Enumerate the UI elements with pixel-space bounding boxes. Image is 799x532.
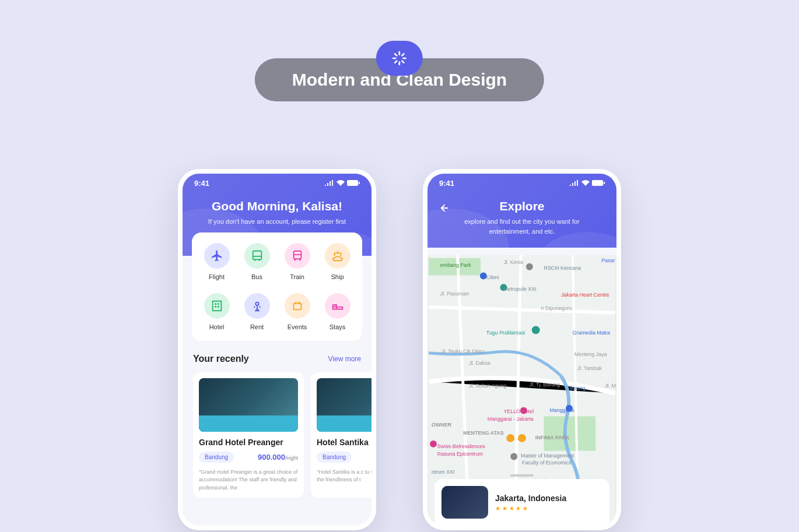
battery-icon xyxy=(592,180,605,186)
drag-handle[interactable] xyxy=(510,474,534,477)
svg-rect-30 xyxy=(604,182,605,184)
map-label: Jakarta Heart Centre xyxy=(561,292,609,298)
hotel-icon xyxy=(204,293,230,319)
hotel-image xyxy=(317,378,372,432)
svg-rect-29 xyxy=(592,180,603,186)
map-label: Cikini xyxy=(486,274,499,280)
category-grid: Flight Bus Train Ship Hotel Rent Events … xyxy=(192,232,362,341)
map-label: RSCM Kencana xyxy=(544,265,581,271)
events-icon xyxy=(285,293,310,319)
category-train[interactable]: Train xyxy=(279,243,315,280)
map-label: Gramedia Matra xyxy=(573,330,610,336)
map-label: Manggarai - Jakarta xyxy=(488,416,534,422)
svg-rect-19 xyxy=(212,301,221,311)
hotel-review: "Grand Hotel Preanger is a great choice … xyxy=(199,468,298,492)
train-icon xyxy=(285,243,310,269)
map-label: MENTENG ATAS xyxy=(463,430,503,436)
category-stays[interactable]: Stays xyxy=(320,293,355,330)
map-label: Jl. Pasuruan xyxy=(440,291,469,297)
category-hotel[interactable]: Hotel xyxy=(199,293,234,330)
hero-badge: Modern and Clean Design xyxy=(255,41,544,101)
recently-title: Your recenly xyxy=(193,354,249,364)
location-badge: Bandung xyxy=(317,452,352,463)
svg-point-13 xyxy=(258,259,260,260)
stays-icon xyxy=(325,293,351,319)
svg-rect-25 xyxy=(293,303,301,309)
map-label: Rasuna Epicentrum xyxy=(437,451,483,457)
category-events[interactable]: Events xyxy=(279,293,315,330)
category-label: Ship xyxy=(320,273,355,280)
svg-point-12 xyxy=(254,259,255,260)
hotel-name: Hotel Santika xyxy=(317,438,372,447)
svg-point-38 xyxy=(526,263,533,270)
rent-icon xyxy=(244,293,270,319)
signal-icon xyxy=(570,180,579,186)
hotel-review: "Hotel Santika is a c to stay! I was ver… xyxy=(317,468,372,484)
category-label: Rent xyxy=(239,323,275,330)
wifi-icon xyxy=(581,180,590,186)
category-flight[interactable]: Flight xyxy=(199,243,234,280)
phone-explore: 9:41 Explore explore and find out the ci… xyxy=(423,169,621,530)
svg-point-42 xyxy=(518,434,526,442)
map-detail-card[interactable]: Jakarta, Indonesia ★ ★ ★ ★ ★ xyxy=(434,479,609,526)
city-thumbnail xyxy=(441,486,488,519)
svg-rect-21 xyxy=(217,303,219,305)
map-label: INFINIA PARK xyxy=(535,435,570,441)
back-button[interactable] xyxy=(439,203,450,216)
status-bar: 9:41 xyxy=(427,174,616,192)
category-label: Stays xyxy=(320,323,355,330)
svg-point-44 xyxy=(510,453,517,460)
city-name: Jakarta, Indonesia xyxy=(495,494,566,503)
map-label: Jl. Teuku Cik Ditiro xyxy=(441,348,484,354)
map-label: YELLO Hotel xyxy=(503,408,534,414)
svg-rect-9 xyxy=(359,182,360,184)
map-label: Manggarai xyxy=(549,407,574,413)
svg-rect-10 xyxy=(253,251,261,259)
ship-icon xyxy=(325,243,351,269)
map-label: ntrum XXI xyxy=(432,469,454,475)
flight-icon xyxy=(204,243,230,269)
hotel-card[interactable]: Hotel Santika Bandung "Hotel Santika is … xyxy=(311,372,372,498)
map-label: Jl. Malabar xyxy=(605,383,616,389)
svg-rect-8 xyxy=(347,180,358,186)
map-label: Swiss-Belresidences xyxy=(437,443,485,449)
svg-line-6 xyxy=(395,61,397,63)
view-more-link[interactable]: View more xyxy=(328,355,361,363)
svg-point-28 xyxy=(334,304,336,306)
rating-stars: ★ ★ ★ ★ ★ xyxy=(495,505,566,512)
svg-rect-20 xyxy=(215,303,216,305)
map-label: Ciliwung xyxy=(566,385,586,391)
svg-point-24 xyxy=(255,302,259,305)
category-bus[interactable]: Bus xyxy=(239,243,275,280)
map-label: Menteng Jaya xyxy=(574,351,607,357)
hotel-name: Grand Hotel Preanger xyxy=(199,438,298,447)
category-ship[interactable]: Ship xyxy=(320,243,355,280)
category-label: Events xyxy=(279,323,315,330)
category-label: Bus xyxy=(239,273,275,280)
bus-icon xyxy=(244,243,270,269)
category-label: Flight xyxy=(199,273,234,280)
category-label: Hotel xyxy=(199,323,234,330)
battery-icon xyxy=(347,180,360,186)
map-label: Metropole XXI xyxy=(503,286,536,292)
status-bar: 9:41 xyxy=(183,174,372,192)
status-time: 9:41 xyxy=(194,179,209,188)
svg-point-35 xyxy=(532,326,540,334)
hotel-image xyxy=(199,378,298,432)
explore-subtitle: explore and find out the city you want f… xyxy=(441,217,602,236)
category-label: Train xyxy=(279,273,315,280)
category-rent[interactable]: Rent xyxy=(239,293,275,330)
svg-line-7 xyxy=(402,54,404,55)
svg-line-2 xyxy=(395,54,397,55)
map-view[interactable]: embang ParkRSCM KencanaPasarCikiniMetrop… xyxy=(427,255,616,526)
location-badge: Bandung xyxy=(199,452,234,463)
hotel-card[interactable]: Grand Hotel Preanger Bandung 900.000/nig… xyxy=(193,372,304,498)
map-label: Faculty of Economics xyxy=(522,460,572,466)
signal-icon xyxy=(325,180,334,186)
map-label: Jl. Kimia xyxy=(503,259,523,265)
map-label: Jl. Sultan Agung xyxy=(469,383,506,389)
map-label: embang Park xyxy=(440,262,471,268)
map-label: Jl. Daksa xyxy=(469,360,490,366)
map-label: Jl. Tj. Burung xyxy=(530,382,560,387)
greeting-title: Good Morning, Kalisa! xyxy=(197,199,358,213)
